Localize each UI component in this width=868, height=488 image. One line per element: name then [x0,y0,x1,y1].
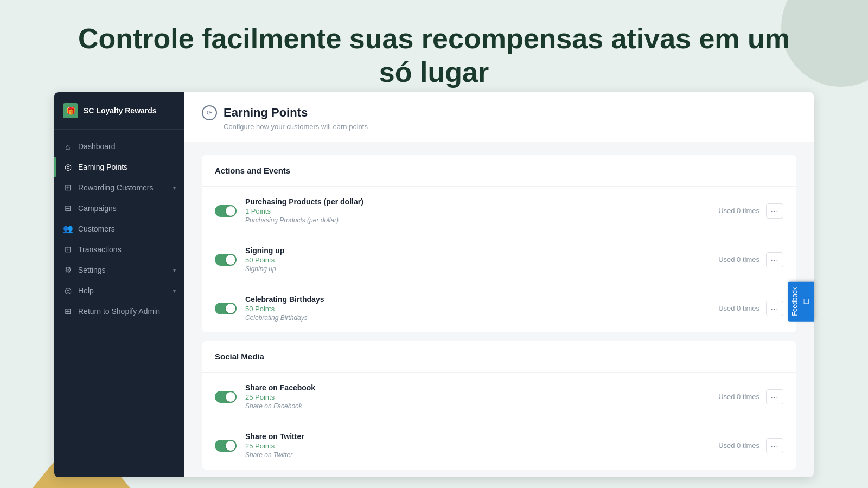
action-info-celebrating-birthdays: Celebrating Birthdays 50 Points Celebrat… [245,295,710,322]
action-name: Share on Facebook [245,383,710,392]
sidebar-item-rewarding-customers[interactable]: ⊞ Rewarding Customers ▾ [54,177,184,198]
main-content: ⟳ Earning Points Configure how your cust… [184,92,814,477]
sidebar-item-label: Settings [78,266,106,274]
brand-icon: 🎁 [63,103,78,118]
return-shopify-icon: ⊞ [63,306,73,316]
section-header-actions-events: Actions and Events [202,155,796,187]
action-info-purchasing-products: Purchasing Products (per dollar) 1 Point… [245,197,710,224]
action-desc: Signing up [245,265,710,273]
chevron-down-icon: ▾ [173,288,176,294]
sidebar-item-dashboard[interactable]: ⌂ Dashboard [54,136,184,157]
action-meta: Used 0 times ··· [718,203,783,219]
customers-icon: 👥 [63,224,73,234]
earning-points-header-icon: ⟳ [202,105,217,120]
action-info-share-facebook: Share on Facebook 25 Points Share on Fac… [245,383,710,410]
feedback-button[interactable]: Feedback ◻ [788,282,814,322]
section-divider [202,332,796,341]
main-layout: 🎁 SC Loyalty Rewards ⌂ Dashboard ◎ Earni… [54,92,814,477]
sidebar-brand: 🎁 SC Loyalty Rewards [54,92,184,130]
action-info-signing-up: Signing up 50 Points Signing up [245,246,710,273]
action-item-signing-up: Signing up 50 Points Signing up Used 0 t… [202,235,796,284]
action-desc: Purchasing Products (per dollar) [245,216,710,224]
page-header: Controle facilmente suas recompensas ati… [65,22,803,89]
action-item-share-twitter: Share on Twitter 25 Points Share on Twit… [202,421,796,470]
toggle-share-facebook[interactable] [215,391,237,403]
brand-name: SC Loyalty Rewards [84,106,157,115]
action-name: Purchasing Products (per dollar) [245,197,710,206]
toggle-share-twitter[interactable] [215,440,237,452]
action-points: 50 Points [245,305,710,313]
section-actions-events: Actions and Events Purchasing Products (… [202,155,796,332]
sidebar-item-label: Help [78,286,94,295]
sidebar-item-campaigns[interactable]: ⊟ Campaigns [54,198,184,219]
sidebar-item-label: Dashboard [78,142,116,151]
sidebar-item-transactions[interactable]: ⊡ Transactions [54,239,184,260]
feedback-icon: ◻ [802,297,810,306]
action-info-share-twitter: Share on Twitter 25 Points Share on Twit… [245,432,710,459]
transactions-icon: ⊡ [63,245,73,254]
action-points: 25 Points [245,442,710,450]
rewarding-customers-icon: ⊞ [63,183,73,192]
chevron-down-icon: ▾ [173,267,176,273]
settings-icon: ⚙ [63,265,73,275]
campaigns-icon: ⊟ [63,203,73,213]
sidebar-item-return-shopify[interactable]: ⊞ Return to Shopify Admin [54,301,184,322]
content-body: Actions and Events Purchasing Products (… [184,142,814,477]
action-desc: Celebrating Birthdays [245,314,710,322]
action-item-share-facebook: Share on Facebook 25 Points Share on Fac… [202,373,796,421]
content-header-row: ⟳ Earning Points [202,105,796,120]
action-name: Share on Twitter [245,432,710,441]
page-heading: Controle facilmente suas recompensas ati… [65,22,803,89]
used-times: Used 0 times [718,393,760,401]
action-meta: Used 0 times ··· [718,301,783,316]
used-times: Used 0 times [718,207,760,215]
action-item-celebrating-birthdays: Celebrating Birthdays 50 Points Celebrat… [202,284,796,332]
help-icon: ◎ [63,286,73,296]
sidebar-item-label: Campaigns [78,204,117,213]
toggle-signing-up[interactable] [215,254,237,266]
action-points: 1 Points [245,207,710,215]
sidebar-item-label: Return to Shopify Admin [78,307,160,316]
action-meta: Used 0 times ··· [718,389,783,404]
used-times: Used 0 times [718,441,760,450]
more-button[interactable]: ··· [766,389,783,404]
sidebar-item-earning-points[interactable]: ◎ Earning Points [54,157,184,177]
sidebar-item-settings[interactable]: ⚙ Settings ▾ [54,260,184,280]
action-name: Signing up [245,246,710,255]
dashboard-icon: ⌂ [63,142,73,151]
sidebar-item-customers[interactable]: 👥 Customers [54,219,184,239]
earning-points-icon: ◎ [63,162,73,172]
sidebar-item-label: Customers [78,224,115,233]
content-subtitle: Configure how your customers will earn p… [224,123,796,131]
action-item-purchasing-products: Purchasing Products (per dollar) 1 Point… [202,187,796,235]
section-header-social-media: Social Media [202,341,796,373]
content-header: ⟳ Earning Points Configure how your cust… [184,92,814,142]
action-meta: Used 0 times ··· [718,252,783,267]
sidebar-item-label: Transactions [78,245,122,254]
chevron-down-icon: ▾ [173,185,176,191]
sidebar-item-label: Rewarding Customers [78,183,154,192]
action-name: Celebrating Birthdays [245,295,710,304]
more-button[interactable]: ··· [766,252,783,267]
more-button[interactable]: ··· [766,301,783,316]
content-title: Earning Points [224,106,308,120]
sidebar-item-help[interactable]: ◎ Help ▾ [54,280,184,301]
action-desc: Share on Twitter [245,451,710,459]
used-times: Used 0 times [718,255,760,264]
sidebar-nav: ⌂ Dashboard ◎ Earning Points ⊞ Rewarding… [54,130,184,477]
sidebar: 🎁 SC Loyalty Rewards ⌂ Dashboard ◎ Earni… [54,92,184,477]
section-social-media: Social Media Share on Facebook 25 Points… [202,341,796,470]
feedback-label: Feedback [791,287,799,316]
action-points: 50 Points [245,256,710,264]
action-meta: Used 0 times ··· [718,438,783,453]
action-points: 25 Points [245,393,710,401]
action-desc: Share on Facebook [245,402,710,410]
used-times: Used 0 times [718,304,760,312]
toggle-purchasing-products[interactable] [215,205,237,217]
toggle-celebrating-birthdays[interactable] [215,303,237,314]
more-button[interactable]: ··· [766,438,783,453]
sidebar-item-label: Earning Points [78,163,127,171]
more-button[interactable]: ··· [766,203,783,219]
